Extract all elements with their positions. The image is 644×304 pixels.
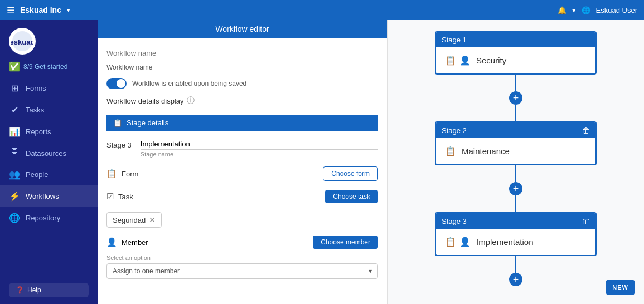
topbar-chevron[interactable]: ▾	[67, 7, 70, 14]
choose-member-button[interactable]: Choose member	[313, 236, 378, 249]
repository-label: Repository	[26, 214, 60, 222]
get-started[interactable]: ✅ 8/9 Get started	[0, 59, 98, 77]
workflow-name-label: Workflow name	[106, 63, 378, 71]
editor-body: Workflow name Workflow is enabled upon b…	[98, 38, 387, 288]
stage2-delete-icon[interactable]: 🗑	[582, 126, 590, 135]
sidebar: eskuad ✅ 8/9 Get started ⊞ Forms ✔ Tasks…	[0, 20, 98, 304]
stage-card-header-3: Stage 3 🗑	[436, 213, 595, 229]
stage1-header-label: Stage 1	[442, 36, 467, 44]
stage-name-input[interactable]	[141, 139, 378, 150]
stage-name-field: Stage name	[141, 139, 378, 158]
topbar-right: 🔔 ▾ 🌐 Eskuad User	[558, 6, 637, 14]
stage-group-1: Stage 1 📋 👤 Security	[399, 31, 633, 75]
sidebar-item-tasks[interactable]: ✔ Tasks	[0, 99, 98, 121]
repository-icon: 🌐	[9, 213, 20, 223]
stage1-name-text: Security	[476, 56, 506, 65]
stage-name-row: Stage 3 Stage name	[106, 139, 378, 158]
choose-task-button[interactable]: Choose task	[325, 190, 378, 203]
reports-label: Reports	[26, 128, 51, 136]
menu-icon[interactable]: ☰	[7, 5, 14, 16]
stage3-name-text: Implementation	[476, 237, 534, 247]
select-wrapper-area: Select an option Assign to one member ▾	[106, 254, 378, 279]
add-stage-btn-1[interactable]: +	[509, 91, 522, 105]
stage3-person-icon: 👤	[459, 237, 471, 247]
select-arrow-icon: ▾	[369, 267, 372, 275]
help-button[interactable]: ❓ Help	[9, 283, 89, 297]
stage-details-label: Stage details	[127, 119, 168, 127]
stage3-header-label: Stage 3	[442, 217, 467, 225]
sidebar-item-repository[interactable]: 🌐 Repository	[0, 207, 98, 229]
stage-card-body-2: 📋 Maintenance	[436, 138, 595, 164]
topbar: ☰ Eskuad Inc ▾ 🔔 ▾ 🌐 Eskuad User	[0, 0, 644, 20]
stage-group-3: Stage 3 🗑 📋 👤 Implementation	[399, 212, 633, 256]
stage3-icons: 📋 👤	[445, 237, 471, 247]
workflow-display-label: Workflow details display	[106, 97, 183, 105]
sidebar-item-datasources[interactable]: 🗄 Datasources	[0, 143, 98, 164]
stage2-header-label: Stage 2	[442, 126, 467, 135]
sidebar-item-reports[interactable]: 📊 Reports	[0, 121, 98, 143]
tag-close-icon[interactable]: ✕	[149, 215, 156, 224]
editor-header: Workflow editor	[98, 20, 387, 38]
form-label: Form	[122, 170, 138, 178]
tasks-label: Tasks	[26, 106, 44, 114]
connector-line-2	[515, 165, 516, 182]
canvas-panel: Stage 1 📋 👤 Security +	[388, 20, 644, 304]
toggle-row: Workflow is enabled upon being saved	[106, 78, 378, 89]
select-label-sm: Select an option	[106, 254, 378, 261]
connector-line-1	[515, 75, 516, 91]
sidebar-item-forms[interactable]: ⊞ Forms	[0, 77, 98, 99]
sidebar-footer: ❓ Help	[0, 276, 98, 304]
form-row: 📋 Form Choose form	[106, 166, 378, 181]
content-area: Workflow editor Workflow name Workflow i…	[98, 20, 644, 304]
member-row-left: 👤 Member	[106, 237, 148, 247]
member-icon: 👤	[106, 237, 117, 247]
user-label: Eskuad User	[596, 6, 637, 14]
stage2-doc-icon: 📋	[445, 146, 456, 156]
notification-icon[interactable]: 🔔	[558, 6, 566, 14]
stage-card-2: Stage 2 🗑 📋 Maintenance	[435, 121, 597, 165]
stage2-name-text: Maintenance	[462, 146, 510, 156]
stage1-doc-icon: 📋	[445, 55, 456, 66]
new-button[interactable]: NEW	[606, 280, 635, 295]
get-started-dot: ✅	[9, 61, 20, 72]
topbar-chevron2[interactable]: ▾	[572, 6, 576, 14]
add-stage-btn-3[interactable]: +	[509, 273, 522, 286]
stage3-delete-icon[interactable]: 🗑	[582, 217, 590, 225]
workflow-display-row: Workflow details display ⓘ	[106, 96, 378, 106]
tasks-icon: ✔	[9, 105, 20, 115]
choose-form-button[interactable]: Choose form	[323, 166, 378, 181]
stage-group-2: Stage 2 🗑 📋 Maintenance	[399, 121, 633, 165]
forms-icon: ⊞	[9, 83, 20, 94]
add-stage-btn-2[interactable]: +	[509, 182, 522, 195]
editor-panel: Workflow editor Workflow name Workflow i…	[98, 20, 388, 304]
logo-circle: eskuad	[9, 28, 36, 55]
stage-card-header-2: Stage 2 🗑	[436, 122, 595, 138]
workflow-toggle[interactable]	[106, 78, 127, 89]
workflow-name-input[interactable]	[106, 47, 378, 60]
task-tag: Seguridad ✕	[106, 212, 162, 228]
stage-card-body-1: 📋 👤 Security	[436, 47, 595, 73]
stage-section-header: 📋 Stage details	[106, 115, 378, 131]
connector-line-3	[515, 256, 516, 273]
sidebar-item-workflows[interactable]: ⚡ Workflows	[0, 185, 98, 207]
info-icon[interactable]: ⓘ	[187, 96, 195, 106]
reports-icon: 📊	[9, 126, 20, 137]
datasources-label: Datasources	[26, 149, 66, 158]
stage1-person-icon: 👤	[459, 55, 471, 66]
task-row: ☑ Task Choose task	[106, 190, 378, 203]
task-tag-row: Seguridad ✕	[106, 212, 378, 228]
help-label: Help	[27, 286, 41, 294]
stage-card-3: Stage 3 🗑 📋 👤 Implementation	[435, 212, 597, 256]
member-select[interactable]: Assign to one member ▾	[106, 263, 378, 279]
sidebar-nav: ⊞ Forms ✔ Tasks 📊 Reports 🗄 Datasources …	[0, 77, 98, 276]
sidebar-item-people[interactable]: 👥 People	[0, 164, 98, 185]
help-icon: ❓	[16, 286, 24, 294]
stage-details-icon: 📋	[113, 119, 122, 127]
stage-card-1: Stage 1 📋 👤 Security	[435, 31, 597, 75]
form-icon: 📋	[106, 169, 117, 179]
stage3-doc-icon: 📋	[445, 237, 456, 247]
topbar-left: ☰ Eskuad Inc ▾	[7, 5, 70, 16]
topbar-brand: Eskuad Inc	[20, 6, 61, 14]
stage-number-label: Stage 3	[106, 139, 132, 149]
connector-2: +	[435, 165, 597, 212]
